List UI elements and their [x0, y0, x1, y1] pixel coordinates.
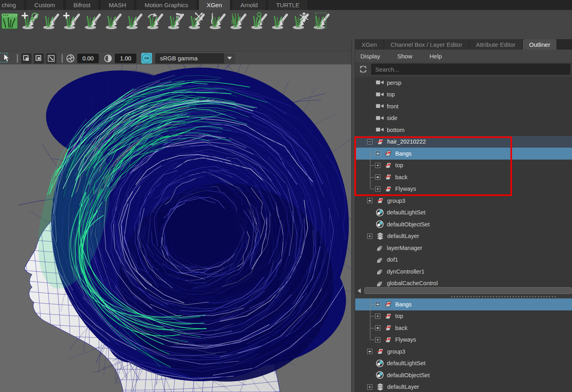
isolate-select-button[interactable] — [21, 53, 32, 64]
panel-tab-xgen[interactable]: XGen — [355, 39, 383, 50]
outliner-item-defaultlightset[interactable]: defaultLightSet — [355, 207, 572, 219]
outliner-item-back[interactable]: back — [355, 322, 572, 334]
freeze-brush-button[interactable] — [292, 12, 310, 30]
menu-display[interactable]: Display — [360, 53, 380, 60]
outliner-item-persp[interactable]: persp — [355, 77, 572, 89]
expand-toggle-collapsed[interactable] — [375, 302, 380, 307]
exposure-field[interactable]: 0.00 — [77, 54, 99, 63]
expand-toggle-collapsed[interactable] — [375, 314, 380, 319]
create-interactive-groom-icon — [22, 12, 39, 30]
comb-brush-button[interactable] — [167, 12, 185, 30]
filter-icon[interactable] — [358, 64, 368, 74]
outliner-item-group3[interactable]: group3 — [355, 346, 572, 358]
node-label: defaultLightSet — [387, 360, 426, 366]
color-management-toggle[interactable]: ON — [141, 53, 152, 64]
outliner-item-defaultobjectset[interactable]: defaultObjectSet — [355, 369, 572, 381]
panel-tab-channel-box-layer-editor[interactable]: Channel Box / Layer Editor — [384, 39, 468, 50]
toolbar-separator — [17, 54, 18, 63]
shelf-tab-custom[interactable]: Custom — [26, 0, 63, 10]
panel-tab-outliner[interactable]: Outliner — [523, 39, 557, 50]
expand-toggle-collapsed[interactable] — [367, 349, 372, 354]
shelf-tab-xgen[interactable]: XGen — [199, 0, 230, 10]
outliner-item-dof1[interactable]: dof1 — [355, 254, 572, 266]
transform-node-icon — [384, 161, 392, 170]
shelf-tab-mash[interactable]: MASH — [101, 0, 134, 10]
node-label: layerManager — [387, 245, 422, 251]
colorspace-dropdown-arrow[interactable] — [224, 53, 235, 64]
expand-toggle-collapsed[interactable] — [367, 384, 372, 390]
clump-brush-button[interactable] — [230, 12, 247, 30]
part-brush-button[interactable] — [271, 12, 289, 30]
outliner-item-dyncontroller1[interactable]: dynController1 — [355, 266, 572, 278]
search-input[interactable] — [371, 64, 570, 75]
outliner-item-top[interactable]: top — [355, 160, 572, 172]
outliner-item-top[interactable]: top — [355, 89, 572, 101]
expand-toggle-collapsed[interactable] — [375, 151, 380, 156]
contrast-icon[interactable] — [104, 54, 112, 63]
horizontal-scrollbar[interactable] — [355, 286, 572, 295]
width-brush-button[interactable] — [126, 12, 143, 30]
scrollbar-thumb[interactable] — [364, 287, 572, 294]
shelf-tab-motion-graphics[interactable]: Motion Graphics — [136, 0, 196, 10]
panel-splitter[interactable] — [351, 39, 355, 392]
outliner-item-front[interactable]: front — [355, 100, 572, 112]
place-guide-brush-button[interactable] — [250, 12, 268, 30]
menu-help[interactable]: Help — [430, 53, 442, 60]
expand-toggle-expanded[interactable] — [367, 139, 372, 144]
create-description-button[interactable] — [42, 12, 60, 30]
outliner-item-back[interactable]: back — [355, 171, 572, 183]
direction-brush-button[interactable] — [188, 12, 206, 30]
node-label: back — [395, 325, 408, 331]
outliner-item-side[interactable]: side — [355, 112, 572, 124]
outliner-item-globalcachecontrol[interactable]: globalCacheControl — [355, 278, 572, 287]
expand-toggle-collapsed[interactable] — [375, 337, 380, 342]
outliner-item-defaultobjectset[interactable]: defaultObjectSet — [355, 218, 572, 230]
outliner-item-defaultlayer[interactable]: defaultLayer — [355, 381, 572, 392]
expand-toggle-collapsed[interactable] — [375, 174, 380, 180]
outliner-item-layermanager[interactable]: layerManager — [355, 242, 572, 254]
expand-toggle-collapsed[interactable] — [367, 198, 372, 203]
outliner-item-flyways[interactable]: Flyways — [355, 183, 572, 195]
outliner-item-hair_20210222[interactable]: hair_20210222 — [355, 136, 572, 148]
outliner-search-row — [355, 62, 572, 76]
shelf-tab-ching[interactable]: ching — [0, 0, 24, 10]
layered-squares-icon — [22, 54, 30, 62]
create-interactive-groom-button[interactable] — [22, 12, 39, 30]
shelf-tab-turtle[interactable]: TURTLE — [268, 0, 307, 10]
bend-brush-button[interactable] — [146, 12, 164, 30]
xgen-shelf — [0, 10, 572, 40]
outliner-pane-splitter[interactable] — [355, 295, 572, 298]
select-tool-button[interactable] — [0, 52, 14, 65]
colorspace-dropdown[interactable]: sRGB gamma — [155, 53, 224, 64]
panel-tab-attribute-editor[interactable]: Attribute Editor — [470, 39, 522, 50]
scroll-left-button[interactable] — [355, 286, 363, 295]
outliner-item-bottom[interactable]: bottom — [355, 124, 572, 136]
length-brush-button[interactable] — [105, 12, 122, 30]
shelf-tab-arnold[interactable]: Arnold — [232, 0, 266, 10]
select-region-brush-button[interactable] — [313, 12, 330, 30]
outliner-item-bangs[interactable]: Bangs — [355, 148, 572, 160]
node-label: Flyways — [395, 186, 416, 192]
expand-toggle-collapsed[interactable] — [367, 234, 372, 239]
shelf-tab-bifrost[interactable]: Bifrost — [66, 0, 99, 10]
annotate-button[interactable] — [46, 53, 56, 64]
outliner-item-defaultlayer[interactable]: defaultLayer — [355, 230, 572, 242]
exposure-icon[interactable] — [66, 54, 75, 63]
density-brush-button[interactable] — [84, 12, 102, 30]
outliner-item-top[interactable]: top — [355, 310, 572, 322]
contrast-field[interactable]: 1.00 — [115, 54, 136, 63]
noise-brush-button[interactable] — [209, 12, 226, 30]
xgen-editor-button[interactable] — [1, 12, 18, 30]
menu-show[interactable]: Show — [397, 53, 412, 60]
outliner-item-flyways[interactable]: Flyways — [355, 334, 572, 346]
isolate-view-button[interactable] — [34, 53, 44, 64]
outliner-item-group3[interactable]: group3 — [355, 195, 572, 207]
3d-viewport[interactable] — [0, 64, 351, 392]
add-modifier-button[interactable] — [63, 12, 81, 30]
expand-toggle-collapsed[interactable] — [375, 186, 380, 192]
node-label: Bangs — [395, 301, 412, 308]
outliner-item-defaultlightset[interactable]: defaultLightSet — [355, 358, 572, 370]
outliner-item-bangs[interactable]: Bangs — [355, 298, 572, 310]
expand-toggle-collapsed[interactable] — [375, 163, 380, 168]
expand-toggle-collapsed[interactable] — [375, 325, 380, 330]
